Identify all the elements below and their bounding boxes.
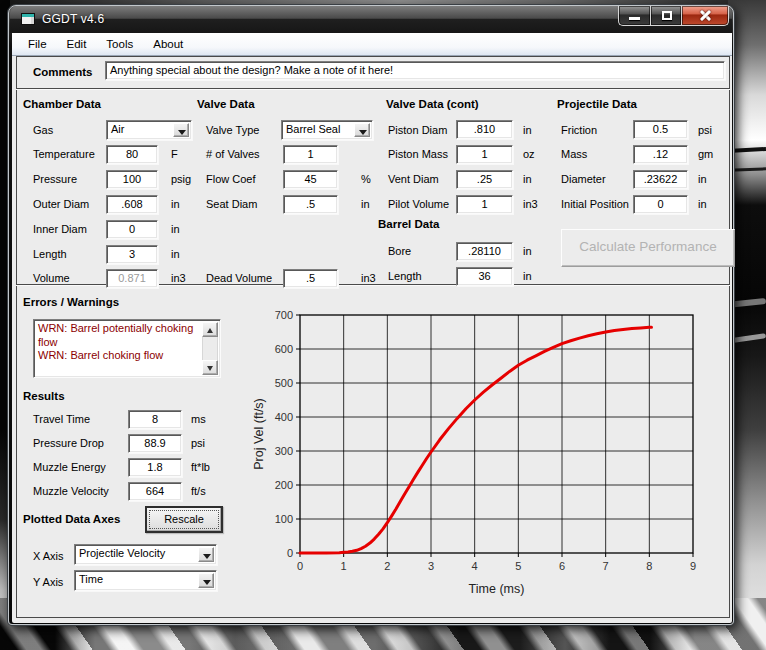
- travel-time-label: Travel Time: [33, 410, 90, 428]
- piston-mass-field[interactable]: 1: [456, 145, 513, 164]
- travel-time-field[interactable]: 8: [128, 410, 182, 429]
- menu-tools[interactable]: Tools: [96, 35, 143, 53]
- num-valves-field[interactable]: 1: [283, 145, 338, 164]
- vent-diam-label: Vent Diam: [388, 170, 439, 188]
- volume-field: 0.871: [106, 269, 158, 288]
- calculate-performance-button[interactable]: Calculate Performance: [561, 229, 735, 267]
- errors-listbox[interactable]: WRN: Barrel potentially choking flow WRN…: [33, 319, 221, 378]
- menu-file[interactable]: File: [18, 35, 57, 53]
- maximize-button[interactable]: [650, 6, 682, 26]
- svg-text:6: 6: [559, 560, 565, 572]
- comments-input[interactable]: Anything special about the design? Make …: [105, 61, 725, 80]
- initial-position-label: Initial Position: [561, 195, 629, 213]
- bore-unit: in: [523, 242, 532, 260]
- window-title: GGDT v4.6: [42, 12, 104, 26]
- screen: GGDT v4.6 File Edit Tools About Comments…: [0, 0, 766, 650]
- piston-diam-unit: in: [523, 121, 532, 139]
- outer-diam-unit: in: [171, 195, 180, 213]
- seat-diam-unit: in: [361, 195, 370, 213]
- performance-chart: 01234567890100200300400500600700Time (ms…: [251, 301, 736, 611]
- form-content: Comments Anything special about the desi…: [12, 56, 732, 623]
- bore-field[interactable]: .28110: [456, 242, 513, 261]
- piston-diam-field[interactable]: .810: [456, 120, 513, 139]
- y-axis-value: Time: [79, 573, 103, 585]
- minimize-button[interactable]: [618, 6, 650, 26]
- y-axis-dropdown[interactable]: Time: [74, 570, 217, 591]
- inner-diam-field[interactable]: 0: [106, 220, 158, 239]
- chevron-down-icon[interactable]: [173, 123, 189, 137]
- volume-unit: in3: [171, 269, 186, 287]
- close-button[interactable]: [682, 6, 729, 26]
- gas-value: Air: [111, 123, 124, 135]
- muzzle-energy-field[interactable]: 1.8: [128, 458, 182, 477]
- app-window: GGDT v4.6 File Edit Tools About Comments…: [8, 5, 734, 625]
- pressure-drop-label: Pressure Drop: [33, 434, 104, 452]
- errors-warnings-header: Errors / Warnings: [23, 295, 119, 309]
- seat-diam-field[interactable]: .5: [283, 195, 338, 214]
- barrel-data-header: Barrel Data: [378, 217, 439, 231]
- svg-text:9: 9: [690, 560, 696, 572]
- valve-data-header: Valve Data: [197, 97, 255, 111]
- seat-diam-label: Seat Diam: [206, 195, 257, 213]
- pilot-volume-field[interactable]: 1: [456, 195, 513, 214]
- app-icon: [21, 13, 35, 25]
- inner-diam-unit: in: [171, 220, 180, 238]
- projectile-data-header: Projectile Data: [557, 97, 637, 111]
- temperature-field[interactable]: 80: [106, 145, 158, 164]
- x-axis-value: Projectile Velocity: [79, 547, 165, 559]
- muzzle-velocity-unit: ft/s: [191, 482, 206, 500]
- chevron-down-icon[interactable]: [198, 573, 214, 588]
- svg-text:300: 300: [275, 445, 293, 457]
- svg-text:0: 0: [287, 547, 293, 559]
- chevron-down-icon[interactable]: [354, 123, 370, 137]
- gas-dropdown[interactable]: Air: [106, 120, 192, 140]
- volume-label: Volume: [33, 269, 70, 287]
- initial-position-field[interactable]: 0: [633, 195, 688, 214]
- bore-label: Bore: [388, 242, 411, 260]
- menu-edit[interactable]: Edit: [57, 35, 97, 53]
- muzzle-velocity-label: Muzzle Velocity: [33, 482, 109, 500]
- vent-diam-unit: in: [523, 170, 532, 188]
- x-axis-label: X Axis: [33, 547, 64, 565]
- vent-diam-field[interactable]: .25: [456, 170, 513, 189]
- errors-scrollbar[interactable]: [202, 322, 218, 375]
- friction-field[interactable]: 0.5: [633, 120, 688, 139]
- pilot-volume-unit: in3: [523, 195, 538, 213]
- chevron-down-icon[interactable]: [198, 547, 214, 562]
- diameter-field[interactable]: .23622: [633, 170, 688, 189]
- minimize-icon: [629, 17, 640, 20]
- window-controls: [618, 6, 729, 26]
- chamber-length-field[interactable]: 3: [106, 245, 158, 264]
- svg-text:700: 700: [275, 309, 293, 321]
- rescale-button[interactable]: Rescale: [145, 506, 223, 533]
- pressure-drop-field[interactable]: 88.9: [128, 434, 182, 453]
- valve-type-dropdown[interactable]: Barrel Seal: [281, 120, 373, 140]
- pilot-volume-label: Pilot Volume: [388, 195, 449, 213]
- dead-volume-label: Dead Volume: [206, 269, 272, 287]
- piston-mass-label: Piston Mass: [388, 145, 448, 163]
- divider: [16, 88, 730, 89]
- barrel-length-field[interactable]: 36: [456, 267, 513, 286]
- friction-label: Friction: [561, 121, 597, 139]
- piston-diam-label: Piston Diam: [388, 121, 447, 139]
- scroll-down-icon[interactable]: [202, 360, 218, 375]
- chamber-data-header: Chamber Data: [23, 97, 101, 111]
- svg-text:5: 5: [515, 560, 521, 572]
- scroll-up-icon[interactable]: [202, 322, 218, 337]
- dead-volume-unit: in3: [361, 269, 376, 287]
- svg-text:0: 0: [297, 560, 303, 572]
- mass-field[interactable]: .12: [633, 145, 688, 164]
- muzzle-velocity-field[interactable]: 664: [128, 482, 182, 501]
- svg-text:2: 2: [384, 560, 390, 572]
- svg-text:4: 4: [472, 560, 478, 572]
- pressure-field[interactable]: 100: [106, 170, 158, 189]
- menu-about[interactable]: About: [143, 35, 193, 53]
- svg-text:100: 100: [275, 513, 293, 525]
- temperature-unit: F: [171, 145, 178, 163]
- temperature-label: Temperature: [33, 145, 95, 163]
- dead-volume-field[interactable]: .5: [283, 269, 338, 288]
- x-axis-dropdown[interactable]: Projectile Velocity: [74, 544, 217, 565]
- muzzle-energy-unit: ft*lb: [191, 458, 210, 476]
- flow-coef-field[interactable]: 45: [283, 170, 338, 189]
- outer-diam-field[interactable]: .608: [106, 195, 158, 214]
